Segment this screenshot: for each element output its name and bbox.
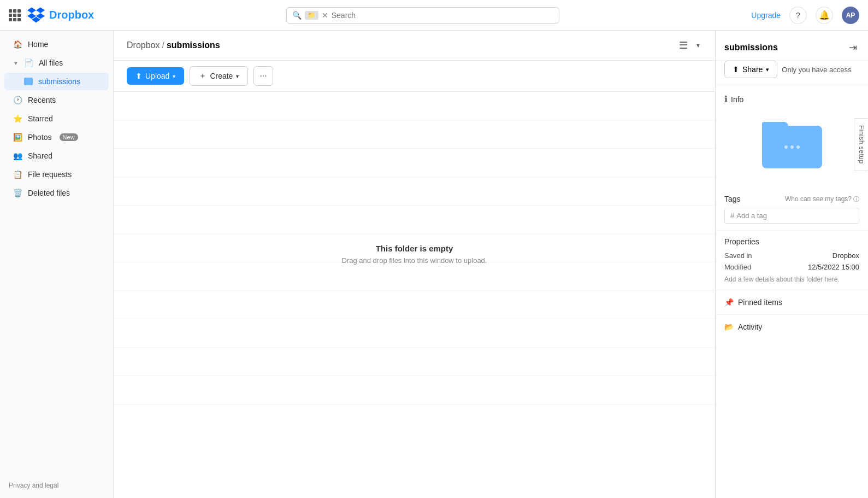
file-row-3 [114, 149, 715, 177]
sidebar-item-label: Home [28, 40, 48, 49]
breadcrumb-root[interactable]: Dropbox [127, 40, 160, 50]
info-icon: ℹ [724, 94, 728, 104]
dot-2 [790, 145, 794, 149]
sidebar-item-label: Recents [28, 96, 56, 104]
tags-section: Tags Who can see my tags? ⓘ # Add a tag [716, 188, 868, 231]
topbar: Dropbox 🔍 📁 ✕ Upgrade ? 🔔 AP [0, 0, 868, 31]
empty-subtitle: Drag and drop files into this window to … [342, 256, 487, 265]
sidebar-item-photos[interactable]: 🖼️ Photos New [4, 128, 109, 146]
finish-setup-tab[interactable]: Finish setup [854, 118, 868, 171]
access-text: Only you have access [782, 66, 851, 74]
file-list: This folder is empty Drag and drop files… [114, 92, 715, 498]
star-icon: ⭐ [13, 114, 22, 123]
list-view-button[interactable]: ☰ [677, 37, 690, 54]
info-section: ℹ Info [716, 85, 868, 188]
sidebar-footer[interactable]: Privacy and legal [0, 477, 113, 494]
trash-icon: 🗑️ [13, 189, 22, 197]
help-button[interactable]: ? [789, 7, 807, 24]
collapse-panel-button[interactable]: ⇥ [847, 39, 859, 56]
tags-help-text[interactable]: Who can see my tags? ⓘ [785, 195, 859, 203]
file-req-icon: 📋 [13, 170, 22, 179]
file-row-1 [114, 92, 715, 120]
folder-icon: 📁 [308, 11, 316, 19]
breadcrumb: Dropbox / submissions [127, 40, 220, 50]
share-chevron-icon: ▾ [766, 66, 769, 73]
upgrade-link[interactable]: Upgrade [751, 11, 781, 20]
content-toolbar: ⬆ Upload ▾ ＋ Create ▾ ··· [114, 61, 715, 92]
right-panel-title: submissions [724, 43, 778, 52]
home-icon: 🏠 [13, 40, 22, 49]
prop-modified: Modified 12/5/2022 15:00 [724, 263, 859, 271]
sidebar-item-home[interactable]: 🏠 Home [4, 36, 109, 53]
sidebar: 🏠 Home ▼ 📄 All files submissions 🕐 Recen… [0, 31, 114, 498]
clock-icon: 🕐 [13, 96, 22, 104]
sidebar-item-label: Deleted files [28, 189, 70, 197]
pinned-section[interactable]: 📌 Pinned items [716, 290, 868, 315]
breadcrumb-current: submissions [167, 40, 220, 50]
grid-menu-icon[interactable] [9, 9, 21, 21]
upload-button[interactable]: ⬆ Upload ▾ [127, 67, 184, 85]
topbar-left: Dropbox [9, 7, 94, 24]
sidebar-item-starred[interactable]: ⭐ Starred [4, 110, 109, 127]
chevron-down-icon: ▼ [13, 60, 19, 66]
file-row-5 [114, 206, 715, 234]
dot-1 [784, 145, 788, 149]
tag-input[interactable]: # Add a tag [724, 208, 859, 224]
close-icon[interactable]: ✕ [322, 11, 328, 20]
saved-in-key: Saved in [724, 251, 752, 260]
share-row: ⬆ Share ▾ Only you have access [716, 61, 868, 85]
create-chevron-icon: ▾ [236, 73, 239, 79]
share-icon: ⬆ [733, 65, 739, 74]
folder-large-icon [762, 122, 822, 168]
photo-icon: 🖼️ [13, 133, 22, 142]
search-folder-badge[interactable]: 📁 [305, 11, 318, 20]
right-panel-header: submissions ⇥ [716, 31, 868, 61]
sidebar-item-file-requests[interactable]: 📋 File requests [4, 166, 109, 183]
search-area: 🔍 📁 ✕ [286, 7, 559, 24]
tag-placeholder-text: Add a tag [736, 212, 767, 220]
sidebar-item-label: File requests [28, 170, 72, 179]
sidebar-item-label: submissions [38, 77, 80, 86]
sidebar-item-submissions[interactable]: submissions [4, 73, 109, 90]
sidebar-item-recents[interactable]: 🕐 Recents [4, 91, 109, 109]
activity-icon: 📂 [724, 323, 734, 331]
file-row-4 [114, 177, 715, 206]
folder-dots [784, 145, 800, 149]
folder-preview [724, 111, 859, 179]
new-badge: New [60, 133, 78, 141]
notifications-button[interactable]: 🔔 [816, 7, 833, 24]
activity-section[interactable]: 📂 Activity [716, 315, 868, 339]
dot-3 [796, 145, 800, 149]
avatar[interactable]: AP [842, 7, 859, 24]
pin-icon: 📌 [724, 298, 734, 307]
sidebar-item-deleted-files[interactable]: 🗑️ Deleted files [4, 184, 109, 202]
main-layout: 🏠 Home ▼ 📄 All files submissions 🕐 Recen… [0, 31, 868, 498]
modified-key: Modified [724, 263, 751, 271]
dropbox-logo[interactable]: Dropbox [27, 7, 94, 24]
upload-chevron-icon: ▾ [173, 73, 175, 79]
content-header: Dropbox / submissions ☰ ▾ [114, 31, 715, 61]
hash-icon: # [730, 212, 734, 220]
shared-icon: 👥 [13, 151, 22, 160]
search-icon: 🔍 [292, 11, 302, 20]
info-label: ℹ Info [724, 94, 859, 104]
sidebar-item-all-files[interactable]: ▼ 📄 All files [4, 54, 109, 72]
breadcrumb-separator: / [162, 40, 164, 50]
content-area: Dropbox / submissions ☰ ▾ ⬆ Upload ▾ ＋ C… [114, 31, 715, 498]
more-options-button[interactable]: ··· [253, 66, 273, 86]
sidebar-item-label: Photos [28, 133, 52, 142]
file-row-11 [114, 376, 715, 405]
empty-title: This folder is empty [342, 244, 487, 253]
sidebar-item-label: Starred [28, 114, 53, 123]
sidebar-item-shared[interactable]: 👥 Shared [4, 147, 109, 165]
share-button[interactable]: ⬆ Share ▾ [724, 61, 777, 78]
properties-label: Properties [724, 237, 859, 246]
file-row-2 [114, 120, 715, 149]
folder-details-text[interactable]: Add a few details about this folder here… [724, 276, 859, 283]
create-button[interactable]: ＋ Create ▾ [190, 66, 248, 86]
file-row-9 [114, 319, 715, 348]
logo-text: Dropbox [49, 9, 94, 21]
pinned-header: 📌 Pinned items [724, 298, 859, 307]
view-chevron-button[interactable]: ▾ [694, 39, 702, 51]
search-input[interactable] [332, 11, 553, 20]
